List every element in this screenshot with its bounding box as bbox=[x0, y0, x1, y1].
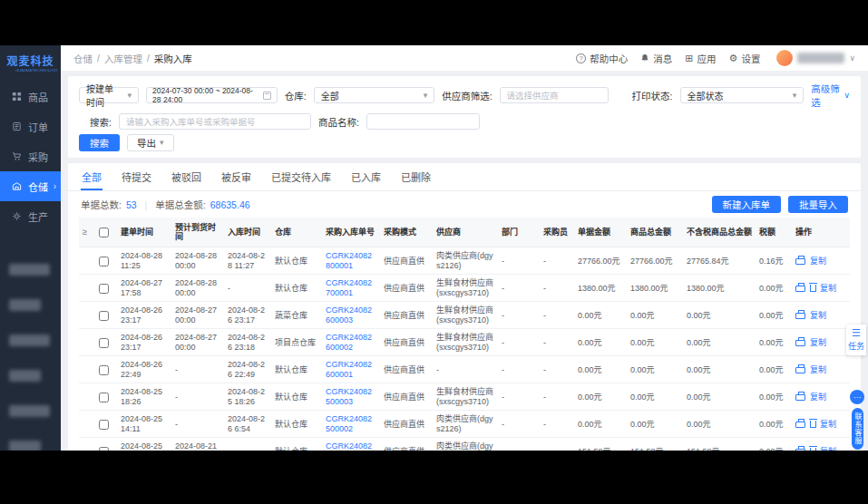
tab-deleted[interactable]: 已删除 bbox=[400, 163, 432, 190]
cell-goods-amount-ex-tax: 0.00元 bbox=[683, 329, 756, 356]
warehouse-select[interactable]: 全部 ▾ bbox=[314, 87, 435, 103]
row-expand-cell bbox=[79, 411, 95, 438]
cell-warehouse: 蔬菜仓库 bbox=[271, 302, 322, 329]
copy-link[interactable]: 复制 bbox=[810, 365, 826, 374]
print-icon[interactable] bbox=[795, 340, 805, 346]
row-checkbox-cell bbox=[95, 302, 117, 329]
chevron-down-icon: ∨ bbox=[849, 54, 855, 63]
row-checkbox[interactable] bbox=[99, 284, 109, 294]
task-panel-toggle[interactable]: ☰ 任务 bbox=[846, 325, 866, 355]
sidebar-item-goods[interactable]: 商品 bbox=[0, 82, 61, 111]
messages-button[interactable]: 消息 bbox=[640, 52, 672, 65]
search-button[interactable]: 搜索 bbox=[79, 134, 120, 151]
help-center-button[interactable]: ? 帮助中心 bbox=[576, 52, 628, 65]
sidebar-item-orders[interactable]: 订单 bbox=[0, 111, 61, 141]
copy-link[interactable]: 复制 bbox=[810, 311, 826, 320]
print-icon[interactable] bbox=[795, 286, 805, 292]
order-search-input[interactable] bbox=[119, 113, 311, 130]
tab-all[interactable]: 全部 bbox=[81, 163, 102, 190]
delete-icon[interactable] bbox=[810, 448, 816, 451]
sidebar-item-warehouse[interactable]: 仓储 › bbox=[0, 171, 61, 201]
cell-order-no[interactable]: CGRK24082600003 bbox=[322, 302, 380, 329]
advanced-filter-label: 高级筛选 bbox=[811, 82, 841, 109]
tab-submitted-awaiting[interactable]: 已提交待入库 bbox=[270, 163, 332, 190]
batch-import-button[interactable]: 批量导入 bbox=[788, 196, 848, 213]
export-button[interactable]: 导出 ▾ bbox=[127, 134, 174, 151]
row-checkbox[interactable] bbox=[99, 338, 109, 348]
customer-service-icon[interactable]: ⋯ bbox=[850, 390, 864, 404]
filter-row-2: 搜索: 商品名称: bbox=[79, 113, 850, 130]
delete-icon[interactable] bbox=[810, 285, 816, 292]
new-inbound-button[interactable]: 新建入库单 bbox=[712, 196, 782, 213]
sidebar-nav: 商品 订单 采购 仓储 › 生产 bbox=[0, 82, 61, 231]
cell-order-no[interactable]: CGRK24082600001 bbox=[322, 356, 380, 383]
copy-link[interactable]: 复制 bbox=[810, 338, 826, 347]
row-actions: 复制 bbox=[792, 247, 850, 275]
row-expand-cell bbox=[79, 302, 95, 329]
row-expand-cell bbox=[79, 247, 95, 275]
delete-icon[interactable] bbox=[810, 421, 816, 428]
advanced-filter-toggle[interactable]: 高级筛选 ∨ bbox=[811, 82, 850, 109]
redacted-menu-item bbox=[9, 370, 41, 382]
select-all-checkbox[interactable] bbox=[99, 228, 109, 237]
gear-icon: ⚙ bbox=[729, 53, 738, 63]
copy-link[interactable]: 复制 bbox=[820, 447, 836, 451]
customer-service-tab[interactable]: 联系客服 bbox=[852, 408, 863, 450]
print-icon[interactable] bbox=[795, 422, 805, 428]
cell-goods-amount-ex-tax: 0.00元 bbox=[683, 411, 756, 438]
help-center-label: 帮助中心 bbox=[590, 52, 628, 65]
cell-order-no[interactable]: CGRK24082500002 bbox=[322, 411, 380, 438]
date-range-input[interactable]: 2024-07-30 00:00 ~ 2024-08-28 24:00 bbox=[146, 87, 278, 103]
row-checkbox[interactable] bbox=[99, 257, 109, 267]
row-checkbox[interactable] bbox=[99, 393, 109, 402]
table-row: 2024-08-25 14:11-2024-08-26 6:54默认仓库CGRK… bbox=[79, 411, 850, 438]
copy-link[interactable]: 复制 bbox=[820, 284, 836, 293]
cell-order-no[interactable]: CGRK24082700001 bbox=[322, 275, 380, 302]
copy-link[interactable]: 复制 bbox=[810, 257, 826, 266]
row-expand-cell bbox=[79, 383, 95, 411]
filter-panel: 按建单时间 ▾ 2024-07-30 00:00 ~ 2024-08-28 24… bbox=[68, 76, 861, 158]
topbar: 仓储 / 入库管理 / 采购入库 ? 帮助中心 消息 bbox=[61, 45, 868, 71]
print-icon[interactable] bbox=[795, 394, 805, 401]
expand-all-cell[interactable]: ≥ bbox=[79, 218, 95, 247]
cell-warehouse: 默认仓库 bbox=[271, 356, 322, 383]
settings-button[interactable]: ⚙ 设置 bbox=[729, 52, 761, 65]
row-checkbox[interactable] bbox=[99, 311, 109, 321]
cell-goods-amount: 0.00元 bbox=[627, 411, 683, 438]
breadcrumb-inbound-mgmt[interactable]: 入库管理 bbox=[104, 52, 142, 65]
apps-button[interactable]: ⊞ 应用 bbox=[685, 52, 716, 65]
settings-label: 设置 bbox=[741, 52, 760, 65]
supplier-filter-input[interactable] bbox=[500, 87, 609, 103]
cell-order-no[interactable]: CGRK24082500003 bbox=[322, 383, 380, 411]
row-checkbox[interactable] bbox=[99, 447, 109, 451]
col-purchaser: 采购员 bbox=[540, 218, 574, 247]
cell-warehouse: 默认仓库 bbox=[271, 247, 322, 275]
copy-link[interactable]: 复制 bbox=[810, 393, 826, 402]
print-icon[interactable] bbox=[795, 313, 805, 319]
print-icon[interactable] bbox=[795, 367, 805, 373]
export-label: 导出 bbox=[137, 136, 156, 150]
col-bill-amount: 单据金额 bbox=[574, 218, 627, 247]
tab-rejected[interactable]: 被驳回 bbox=[171, 163, 202, 190]
cell-order-no[interactable]: CGRK24082500001 bbox=[322, 438, 380, 451]
sidebar-item-production[interactable]: 生产 bbox=[0, 201, 61, 231]
row-checkbox[interactable] bbox=[99, 420, 109, 430]
page-body: 按建单时间 ▾ 2024-07-30 00:00 ~ 2024-08-28 24… bbox=[61, 71, 868, 451]
user-menu[interactable]: ∨ bbox=[776, 50, 855, 66]
cell-order-no[interactable]: CGRK24082800001 bbox=[322, 247, 380, 275]
avatar[interactable] bbox=[776, 50, 793, 66]
tab-counter-reviewed[interactable]: 被反审 bbox=[220, 163, 252, 190]
print-status-select[interactable]: 全部状态 ▾ bbox=[680, 87, 805, 103]
breadcrumb-warehouse[interactable]: 仓储 bbox=[73, 52, 93, 65]
row-checkbox-cell bbox=[95, 438, 117, 451]
row-checkbox[interactable] bbox=[99, 365, 109, 375]
time-type-select[interactable]: 按建单时间 ▾ bbox=[79, 87, 139, 103]
sidebar-item-purchase[interactable]: 采购 bbox=[0, 141, 61, 171]
print-icon[interactable] bbox=[795, 449, 805, 451]
tab-stored[interactable]: 已入库 bbox=[350, 163, 382, 190]
copy-link[interactable]: 复制 bbox=[820, 420, 836, 429]
print-icon[interactable] bbox=[795, 258, 805, 265]
cell-order-no[interactable]: CGRK24082600002 bbox=[322, 329, 380, 356]
product-name-input[interactable] bbox=[366, 113, 480, 130]
tab-to-submit[interactable]: 待提交 bbox=[121, 163, 152, 190]
